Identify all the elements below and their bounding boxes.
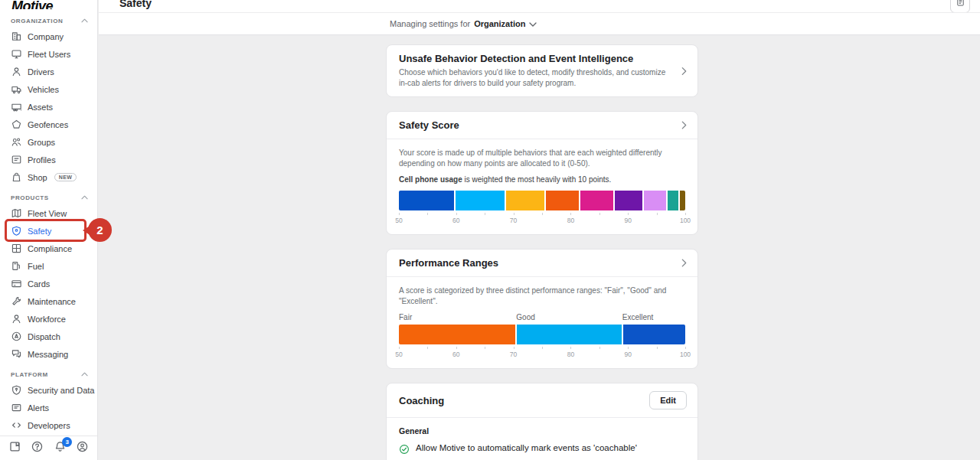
id-card-icon	[11, 154, 22, 165]
axis-tick	[427, 213, 428, 215]
sidebar-item-company[interactable]: Company	[0, 28, 97, 45]
section-label: PRODUCTS	[11, 194, 49, 201]
account-icon	[76, 440, 89, 456]
notifications-button[interactable]: 3	[52, 441, 67, 456]
building-icon	[11, 31, 22, 42]
sidebar-item-security-and-data[interactable]: Security and Data	[0, 381, 97, 399]
sidebar-item-messaging[interactable]: Messaging	[0, 345, 97, 363]
axis-tick-label: 50	[395, 217, 402, 224]
sidebar-item-maintenance[interactable]: Maintenance	[0, 292, 97, 310]
axis-tick	[599, 213, 600, 215]
wrench-icon	[11, 295, 22, 307]
sidebar-item-label: Maintenance	[28, 297, 76, 306]
sidebar-item-drivers[interactable]: Drivers	[0, 63, 97, 80]
sidebar-item-label: Assets	[28, 103, 53, 112]
score-weight-segment-9	[680, 191, 685, 210]
sidebar-item-vehicles[interactable]: Vehicles	[0, 80, 97, 98]
sidebar-item-label: Profiles	[28, 155, 56, 165]
sidebar-item-fleet-users[interactable]: Fleet Users	[0, 45, 97, 63]
weight-note-bold: Cell phone usage	[399, 175, 462, 184]
section-header-products[interactable]: PRODUCTS	[0, 191, 97, 204]
performance-ranges-header[interactable]: Performance Ranges	[387, 250, 697, 276]
person-icon	[11, 66, 22, 77]
axis-tick	[685, 213, 686, 215]
sidebar-footer: 3	[0, 436, 97, 460]
score-weight-segment-1	[399, 191, 454, 210]
settings-content: Unsafe Behavior Detection and Event Inte…	[99, 35, 980, 460]
sidebar-item-cards[interactable]: Cards	[0, 275, 97, 292]
chevron-up-icon	[81, 195, 88, 200]
sidebar-item-alerts[interactable]: Alerts	[0, 399, 97, 416]
monitor-icon	[11, 48, 22, 60]
annotation-step-callout: 2	[83, 218, 112, 242]
card-performance-ranges: Performance Ranges A score is categorize…	[386, 249, 698, 369]
motive-logo[interactable]: Motive	[0, 0, 97, 9]
managing-settings-scope: Organization	[474, 19, 525, 28]
section-header-platform[interactable]: PLATFORM	[0, 367, 97, 381]
safety-score-header[interactable]: Safety Score	[387, 112, 697, 139]
sidebar-item-fuel[interactable]: Fuel	[0, 257, 97, 275]
sidebar-item-profiles[interactable]: Profiles	[0, 151, 97, 168]
weight-note: Cell phone usage is weighted the most he…	[399, 175, 685, 184]
help-button[interactable]	[30, 441, 45, 456]
score-weight-segment-5	[580, 191, 613, 210]
managing-settings-dropdown[interactable]: Managing settings for Organization	[390, 19, 537, 28]
code-icon	[11, 419, 22, 431]
sidebar-item-label: Dispatch	[28, 332, 60, 341]
sidebar-item-dispatch[interactable]: Dispatch	[0, 328, 97, 345]
sidebar-item-label: Vehicles	[28, 85, 59, 94]
chevron-up-icon	[81, 18, 88, 23]
main-area: Safety Managing settings for Organizatio…	[99, 0, 980, 460]
managing-settings-prefix: Managing settings for	[390, 19, 470, 28]
sidebar-item-assets[interactable]: Assets	[0, 98, 97, 116]
axis-tick	[628, 347, 629, 349]
axis-tick	[657, 347, 658, 349]
help-icon	[31, 440, 44, 456]
shield-icon	[11, 225, 22, 237]
sidebar-item-workforce[interactable]: Workforce	[0, 310, 97, 328]
chevron-up-icon	[81, 372, 88, 377]
range-label-fair: Fair	[399, 313, 412, 321]
sidebar-item-geofences[interactable]: Geofences	[0, 116, 97, 133]
account-button[interactable]	[75, 441, 90, 456]
sidebar-item-label: Fleet View	[28, 209, 67, 218]
axis-tick	[657, 213, 658, 215]
fuel-pump-icon	[11, 260, 22, 272]
alert-message-icon	[11, 402, 22, 413]
score-weight-segment-3	[506, 191, 544, 210]
truck-icon	[11, 83, 22, 95]
page-action-button[interactable]	[950, 0, 970, 13]
document-icon	[956, 0, 965, 12]
axis-tick	[570, 347, 571, 349]
sidebar-item-groups[interactable]: Groups	[0, 133, 97, 151]
coaching-header: Coaching Edit	[387, 383, 697, 417]
page-title: Safety	[99, 0, 980, 9]
score-weight-segment-7	[644, 191, 666, 210]
sidebar-item-label: Messaging	[28, 350, 68, 359]
card-title: Unsafe Behavior Detection and Event Inte…	[399, 53, 671, 64]
sidebar-item-label: Security and Data	[28, 386, 94, 395]
axis-tick-label: 70	[510, 351, 517, 358]
performance-range-bar	[399, 325, 685, 344]
security-shield-icon	[11, 384, 22, 396]
axis-tick	[542, 347, 543, 349]
edit-button[interactable]: Edit	[649, 391, 687, 409]
chevron-down-icon	[529, 22, 537, 27]
sidebar-item-label: Alerts	[28, 403, 49, 413]
sidebar-item-label: Workforce	[28, 315, 66, 324]
section-header-organization[interactable]: ORGANIZATION	[0, 14, 97, 28]
sidebar-item-label: Fleet Users	[28, 50, 70, 59]
sidebar-item-compliance[interactable]: Compliance	[0, 240, 97, 257]
person-icon	[11, 313, 22, 325]
new-badge: NEW	[54, 173, 77, 181]
axis-tick-label: 60	[452, 351, 459, 358]
card-unsafe-behavior[interactable]: Unsafe Behavior Detection and Event Inte…	[386, 44, 698, 97]
people-icon	[11, 136, 22, 148]
score-weight-segment-2	[456, 191, 505, 210]
score-weight-segment-4	[546, 191, 579, 210]
whats-new-button[interactable]	[7, 441, 22, 456]
axis-tick-label: 80	[567, 217, 574, 224]
sidebar-item-developers[interactable]: Developers	[0, 416, 97, 434]
sidebar-item-shop[interactable]: ShopNEW	[0, 168, 97, 186]
weight-note-rest: is weighted the most heavily with 10 poi…	[462, 175, 612, 184]
